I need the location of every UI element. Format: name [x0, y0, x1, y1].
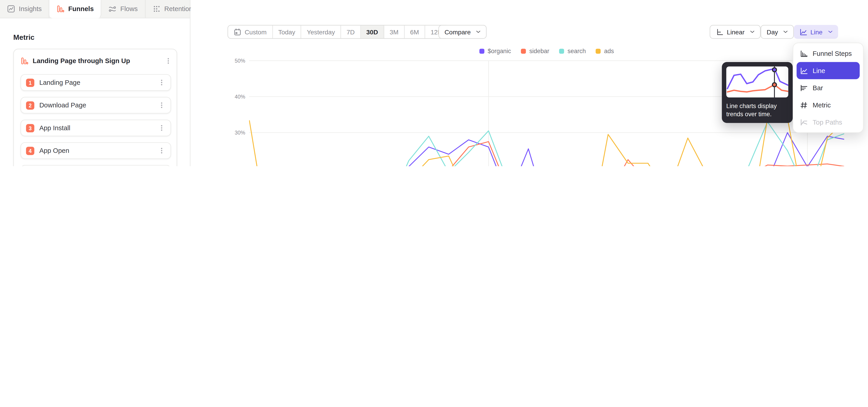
step-number-badge: 4 [26, 147, 34, 155]
hash-icon [800, 101, 808, 109]
chart-type-menu: Funnel StepsLineBarMetricTop Paths [793, 43, 864, 133]
date-range-label: 6M [410, 29, 419, 35]
menu-item-label: Top Paths [813, 118, 842, 126]
chart-legend: $organicsidebarsearchads [249, 48, 844, 54]
tab-funnels[interactable]: Funnels [50, 0, 101, 18]
y-axis-tick: 50% [223, 58, 245, 64]
funnels-icon [57, 5, 64, 13]
funnelsteps-icon [800, 50, 808, 57]
step-kebab-icon[interactable] [158, 79, 165, 86]
date-range-30d[interactable]: 30D [361, 26, 384, 38]
funnel-step-4[interactable]: 4App Open [21, 142, 171, 159]
menu-item-label: Bar [813, 84, 823, 92]
step-number-badge: 2 [26, 101, 34, 109]
metric-card: Landing Page through Sign Up 1Landing Pa… [13, 49, 177, 166]
date-range-label: 7D [346, 29, 355, 35]
date-range-custom[interactable]: Custom [228, 26, 273, 38]
tab-insights-label: Insights [19, 5, 41, 13]
calendar-icon [234, 28, 241, 36]
linechart-icon [800, 67, 808, 74]
tab-retention-label: Retention [164, 5, 193, 13]
toppaths-icon [800, 118, 808, 126]
funnel-step-5[interactable]: 5Sign Up [21, 165, 171, 166]
app-window: Insights Funnels Flows Retention Metric … [0, 0, 868, 166]
funnel-step-1[interactable]: 1Landing Page [21, 74, 171, 91]
date-range-3m[interactable]: 3M [384, 26, 405, 38]
tab-flows-label: Flows [120, 5, 138, 13]
step-number-badge: 1 [26, 79, 34, 87]
metric-heading: Metric [13, 33, 35, 41]
y-axis-tick: 40% [223, 94, 245, 100]
date-range-label: Custom [245, 29, 267, 35]
chart-type-label: Line [810, 29, 822, 35]
barchart-icon [800, 84, 808, 92]
date-range-6m[interactable]: 6M [405, 26, 425, 38]
scale-dropdown[interactable]: Linear [710, 25, 761, 39]
retention-icon [153, 5, 160, 13]
y-axis-tick: 20% [223, 165, 245, 166]
date-range-control: CustomTodayYesterday7D30D3M6M12M [228, 25, 449, 39]
legend-label: ads [604, 48, 614, 54]
funnel-step-3[interactable]: 3App Install [21, 120, 171, 136]
funnel-step-2[interactable]: 2Download Page [21, 97, 171, 114]
tooltip-mini-chart [726, 66, 788, 97]
line-chart-icon [799, 28, 807, 36]
chart-type-dropdown[interactable]: Line [794, 25, 838, 39]
legend-item-ads[interactable]: ads [596, 48, 614, 54]
menu-item-metric[interactable]: Metric [793, 96, 863, 114]
date-range-label: Today [278, 29, 295, 35]
chevron-down-icon [476, 31, 481, 33]
funnel-metric-icon [21, 57, 28, 65]
date-range-today[interactable]: Today [273, 26, 301, 38]
date-range-7d[interactable]: 7D [341, 26, 361, 38]
compare-label: Compare [445, 29, 471, 35]
legend-label: sidebar [529, 48, 549, 54]
compare-button[interactable]: Compare [438, 25, 487, 39]
legend-swatch [521, 49, 526, 53]
interval-dropdown[interactable]: Day [761, 25, 794, 39]
metric-kebab-icon[interactable] [164, 57, 172, 65]
interval-label: Day [767, 29, 778, 35]
axis-scale-icon [716, 28, 723, 36]
step-kebab-icon[interactable] [158, 101, 165, 109]
menu-item-label: Metric [813, 101, 831, 109]
menu-item-label: Line [813, 67, 825, 74]
tab-insights[interactable]: Insights [0, 0, 50, 18]
chevron-down-icon [828, 31, 833, 33]
step-label: Landing Page [39, 79, 153, 86]
y-axis-tick: 30% [223, 130, 245, 136]
legend-label: search [567, 48, 586, 54]
chart-type-tooltip: Line charts display trends over time. [722, 62, 793, 123]
step-kebab-icon[interactable] [158, 147, 165, 154]
metric-title: Landing Page through Sign Up [33, 57, 160, 65]
report-tabbar: Insights Funnels Flows Retention [0, 0, 190, 18]
chevron-down-icon [783, 31, 788, 33]
chevron-down-icon [750, 31, 754, 33]
menu-item-line[interactable]: Line [797, 62, 860, 79]
date-range-label: 30D [366, 29, 378, 35]
menu-item-funnel-steps[interactable]: Funnel Steps [793, 45, 863, 62]
legend-swatch [559, 49, 564, 53]
date-range-label: Yesterday [307, 29, 335, 35]
step-label: App Install [39, 124, 153, 132]
legend-item-search[interactable]: search [559, 48, 586, 54]
metric-header[interactable]: Landing Page through Sign Up [21, 54, 172, 68]
menu-item-top-paths: Top Paths [793, 114, 863, 131]
step-number-badge: 3 [26, 124, 34, 132]
flows-icon [109, 5, 116, 13]
legend-swatch [596, 49, 601, 53]
legend-item-organic[interactable]: $organic [479, 48, 511, 54]
step-label: App Open [39, 147, 153, 154]
insights-icon [7, 5, 15, 13]
legend-item-sidebar[interactable]: sidebar [521, 48, 549, 54]
step-kebab-icon[interactable] [158, 124, 165, 132]
legend-swatch [479, 49, 485, 53]
menu-item-label: Funnel Steps [813, 50, 852, 57]
tooltip-text: Line charts display trends over time. [726, 102, 788, 119]
date-range-yesterday[interactable]: Yesterday [301, 26, 341, 38]
tab-flows[interactable]: Flows [101, 0, 145, 18]
tab-funnels-label: Funnels [68, 5, 94, 13]
date-range-label: 3M [390, 29, 399, 35]
scale-label: Linear [727, 29, 745, 35]
menu-item-bar[interactable]: Bar [793, 79, 863, 96]
